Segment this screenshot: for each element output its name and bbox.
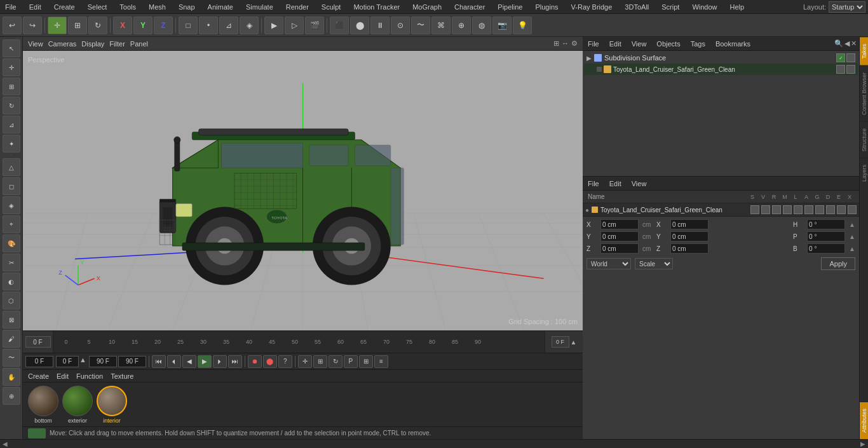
menu-tools[interactable]: Tools — [117, 2, 139, 12]
am-check-d[interactable] — [826, 205, 835, 214]
am-check-m[interactable] — [783, 205, 792, 214]
more-shapes-button[interactable]: ⊙ — [391, 17, 410, 34]
menu-select[interactable]: Select — [85, 2, 110, 12]
move-btn[interactable]: ✛ — [3, 58, 20, 76]
key-help-button[interactable]: ? — [278, 355, 292, 368]
polygon-btn[interactable]: △ — [3, 158, 20, 176]
am-check-l[interactable] — [794, 205, 803, 214]
menu-plugins[interactable]: Plugins — [532, 2, 560, 12]
scroll-left-icon[interactable]: ◀ — [3, 440, 8, 447]
om-tags-menu[interactable]: Tags — [688, 39, 708, 48]
menu-vray[interactable]: V-Ray Bridge — [569, 2, 615, 12]
coord-x-rot[interactable] — [670, 219, 709, 229]
apply-button[interactable]: Apply — [821, 257, 855, 270]
am-check-a[interactable] — [804, 205, 813, 214]
material-item-interior[interactable]: interior — [97, 386, 127, 424]
am-file-menu[interactable]: File — [585, 179, 602, 188]
frame-end-input-2[interactable] — [118, 356, 146, 367]
om-file-menu[interactable]: File — [585, 39, 602, 48]
maximize-icon[interactable]: ⊞ — [553, 39, 559, 48]
viewport-render-button[interactable]: 🎬 — [305, 17, 324, 34]
coord-x-pos[interactable] — [600, 219, 639, 229]
object-mode-button[interactable]: □ — [179, 17, 198, 34]
om-objects-menu[interactable]: Objects — [654, 39, 682, 48]
menu-window[interactable]: Window — [689, 2, 719, 12]
am-check-s[interactable] — [750, 205, 759, 214]
vtab-structure[interactable]: Structure — [860, 121, 868, 158]
am-object-row[interactable]: ● Toyota_Land_Cruiser_Safari_Green_Clean — [583, 203, 859, 217]
play-back-button[interactable]: ◀ — [182, 355, 196, 368]
play-forward-button[interactable]: ▶ — [198, 355, 212, 368]
edge-btn[interactable]: ◻ — [3, 177, 20, 195]
paint-btn[interactable]: 🎨 — [3, 234, 20, 252]
coord-b-arrow[interactable]: ▲ — [849, 245, 855, 252]
go-end-button[interactable]: ⏭ — [228, 355, 242, 368]
smooth-btn[interactable]: 〜 — [3, 349, 20, 367]
fill-btn[interactable]: ◐ — [3, 273, 20, 290]
step-forward-button[interactable]: ⏵ — [213, 355, 227, 368]
sphere-button[interactable]: ⬤ — [350, 17, 369, 34]
mat-texture-menu[interactable]: Texture — [111, 372, 133, 380]
camera-icon[interactable]: ↔ — [562, 39, 569, 48]
step-back-button[interactable]: ⏴ — [167, 355, 181, 368]
menu-snap[interactable]: Snap — [176, 2, 198, 12]
am-check-e[interactable] — [837, 205, 846, 214]
transform-btn[interactable]: ⊿ — [3, 116, 20, 133]
menu-script[interactable]: Script — [659, 2, 682, 12]
redo-button[interactable]: ↪ — [23, 17, 42, 34]
om-bookmarks-menu[interactable]: Bookmarks — [713, 39, 753, 48]
am-check-v[interactable] — [761, 205, 770, 214]
go-start-button[interactable]: ⏮ — [152, 355, 166, 368]
material-item-exterior[interactable]: exterior — [62, 386, 93, 424]
menu-render[interactable]: Render — [283, 2, 311, 12]
coord-h-val[interactable] — [807, 219, 845, 229]
om-settings-icon[interactable]: ◀ — [844, 39, 850, 48]
om-search-icon[interactable]: 🔍 — [834, 39, 843, 48]
menu-animate[interactable]: Animate — [205, 2, 236, 12]
viewport-menu-panel[interactable]: Panel — [130, 40, 148, 48]
om-row-toyota[interactable]: Toyota_Land_Cruiser_Safari_Green_Clean — [584, 64, 858, 75]
undo-button[interactable]: ↩ — [3, 17, 22, 34]
frame-start-input[interactable] — [25, 356, 53, 367]
inflate-btn[interactable]: ⊕ — [3, 387, 20, 405]
interactive-render-button[interactable]: ▷ — [285, 17, 304, 34]
menu-mesh[interactable]: Mesh — [146, 2, 168, 12]
menu-pipeline[interactable]: Pipeline — [495, 2, 525, 12]
settings-icon[interactable]: ⚙ — [571, 39, 578, 48]
coord-y-rot[interactable] — [670, 231, 709, 241]
vtab-takes[interactable]: Takes — [860, 37, 868, 65]
record-button[interactable]: ⏺ — [248, 355, 262, 368]
cloner-button[interactable]: ⊕ — [452, 17, 471, 34]
menu-motion-tracker[interactable]: Motion Tracker — [351, 2, 402, 12]
bridge-btn[interactable]: ⊠ — [3, 311, 20, 329]
om-close-icon[interactable]: ✕ — [851, 39, 857, 48]
menu-sculpt[interactable]: Sculpt — [319, 2, 344, 12]
autokey-button[interactable]: ⬤ — [263, 355, 277, 368]
menu-mograph[interactable]: MoGraph — [410, 2, 444, 12]
menu-create[interactable]: Create — [51, 2, 78, 12]
timeline-ruler[interactable]: 0 5 10 15 20 25 30 35 40 45 50 55 60 65 — [53, 331, 545, 353]
current-frame-input[interactable] — [25, 336, 51, 348]
extrude-btn[interactable]: ⬡ — [3, 292, 20, 309]
render-view-button[interactable]: ▶ — [264, 17, 283, 34]
x-axis-button[interactable]: X — [113, 17, 132, 34]
viewport-menu-cameras[interactable]: Cameras — [48, 40, 77, 48]
light-button[interactable]: 💡 — [513, 17, 532, 34]
world-select[interactable]: World — [587, 258, 631, 269]
camera-button[interactable]: 📷 — [492, 17, 512, 34]
om-check-render[interactable] — [846, 53, 855, 62]
timeline-button[interactable]: ≡ — [374, 355, 388, 368]
sculpt-btn[interactable]: 🖌 — [3, 330, 20, 348]
rotate-tool-button[interactable]: ↻ — [88, 17, 107, 34]
mat-create-menu[interactable]: Create — [28, 372, 49, 380]
motion-tool-button[interactable]: ✛ — [298, 355, 312, 368]
om-row-subdiv[interactable]: ▶ Subdivision Surface ✓ — [584, 52, 858, 64]
vtab-content-browser[interactable]: Content Browser — [860, 65, 868, 121]
viewport-menu-view[interactable]: View — [28, 40, 43, 48]
point-mode-button[interactable]: • — [199, 17, 218, 34]
viewport-canvas[interactable]: TOYOTA X Y Z Perspective Grid Spacing : … — [23, 51, 583, 330]
coord-p-arrow[interactable]: ▲ — [849, 233, 855, 240]
om-edit-menu[interactable]: Edit — [607, 39, 624, 48]
frame-end-input-1[interactable] — [89, 356, 117, 367]
menu-simulate[interactable]: Simulate — [243, 2, 276, 12]
